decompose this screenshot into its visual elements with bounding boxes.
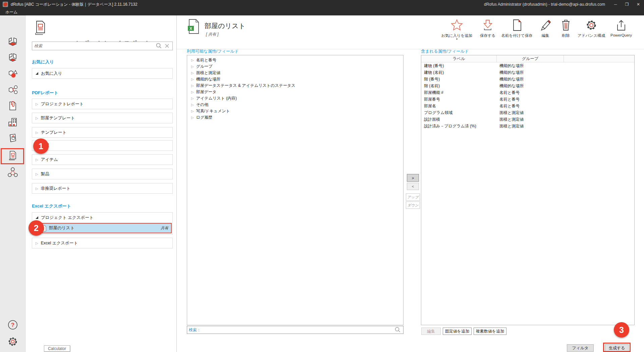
remove-field-button[interactable]: <	[407, 183, 419, 190]
section-pdf-reports: PDFレポート	[32, 90, 58, 96]
sidebar-item-attachments[interactable]	[7, 100, 18, 112]
add-complex-value-button[interactable]: 複素数値を追加	[474, 328, 506, 335]
sidebar-item-rooms[interactable]	[7, 36, 18, 47]
collapsed-arrow-icon: ▷	[36, 172, 38, 176]
sidebar-item-items[interactable]	[7, 68, 18, 79]
room-icon	[7, 36, 18, 47]
list-item-favorites[interactable]: お気に入り	[32, 68, 173, 79]
tree-item[interactable]: ▷その他	[187, 102, 403, 108]
list-item-rooms[interactable]: ▷ 部屋	[32, 140, 173, 151]
table-row[interactable]: プログラム領域面積と測定値	[421, 109, 634, 116]
column-header-group[interactable]: グループ	[497, 55, 564, 62]
list-item-template[interactable]: ▷ テンプレート	[32, 127, 173, 138]
fields-search-bar[interactable]: 検索：	[187, 326, 404, 334]
table-row[interactable]: 建物 (名前)機能的な場所	[421, 69, 634, 76]
report-search-input[interactable]	[32, 44, 156, 48]
room-planning-icon	[7, 52, 18, 63]
trash-icon	[559, 19, 572, 32]
sidebar-item-room-planning[interactable]	[7, 52, 18, 63]
move-down-button[interactable]: ダウン	[406, 201, 420, 209]
attachments-icon	[7, 100, 18, 112]
add-fixed-value-button[interactable]: 固定値を追加	[443, 328, 472, 335]
list-item-project-export[interactable]: プロジェクト エクスポート	[32, 213, 172, 223]
star-icon	[450, 19, 463, 32]
list-item-items[interactable]: ▷ アイテム	[32, 154, 173, 165]
filter-button[interactable]: フィルタ	[567, 344, 594, 352]
relations-icon	[7, 167, 18, 178]
list-item-project-report[interactable]: ▷ プロジェクトレポート	[32, 99, 173, 109]
table-row[interactable]: 部屋機能 #名前と番号	[421, 89, 634, 96]
table-row[interactable]: 部屋番号名前と番号	[421, 96, 634, 103]
list-item-excel-export[interactable]: ▷ Excel エクスポート	[32, 238, 173, 248]
tree-item[interactable]: ▷ログ履歴	[187, 114, 403, 121]
collapsed-arrow-icon: ▷	[191, 109, 194, 113]
minimize-button[interactable]: ─	[610, 0, 621, 9]
collapsed-arrow-icon: ▷	[36, 102, 38, 106]
step-badge-3: 3	[614, 322, 629, 338]
collapsed-arrow-icon: ▷	[36, 187, 38, 190]
room-list-excel-icon: X	[187, 18, 201, 35]
table-row[interactable]: 設計面積面積と測定値	[421, 116, 634, 123]
drofus-logo-icon	[3, 2, 8, 7]
list-item-deprecated-reports[interactable]: ▷ 非推奨レポート	[32, 183, 173, 194]
collapsed-arrow-icon: ▷	[36, 241, 38, 245]
clear-search-icon[interactable]	[164, 43, 170, 49]
save-arrow-icon	[481, 19, 494, 32]
list-item-products[interactable]: ▷ 製品	[32, 169, 173, 179]
table-row[interactable]: 階 (番号)機能的な場所	[421, 76, 634, 82]
close-button[interactable]: ✕	[633, 0, 644, 9]
tree-item[interactable]: ▷部屋データステータス & アイテムリストのステータス	[187, 82, 403, 89]
column-header-label[interactable]: ラベル	[421, 55, 497, 62]
restore-button[interactable]: ❐	[621, 0, 633, 9]
table-row[interactable]: 設計済み－プログラム済 (%)面積と測定値	[421, 123, 634, 129]
expanded-arrow-icon	[36, 72, 38, 75]
sidebar-item-relations[interactable]	[7, 167, 18, 178]
reports-panel: レポートとエクスポート お気に入り お気に入り PDFレポート ▷ プロジェクト…	[25, 15, 177, 352]
table-row[interactable]: 建物 (番号)機能的な場所	[421, 62, 634, 69]
generate-button[interactable]: 生成する	[605, 344, 629, 352]
tree-item[interactable]: ▷アイテムリスト (内容)	[187, 95, 403, 102]
available-fields-tree: ▷名前と番号 ▷グループ ▷面積と測定値 ▷機能的な場所 ▷部屋データステータス…	[187, 55, 404, 325]
save-as-document-icon	[511, 19, 523, 32]
settings-icon	[7, 336, 18, 347]
collapsed-arrow-icon: ▷	[191, 97, 194, 100]
tree-item[interactable]: ▷名前と番号	[187, 57, 403, 63]
dropdown-caret-icon: ▾	[439, 38, 474, 40]
list-item-room-template[interactable]: ▷ 部屋テンプレート	[32, 113, 173, 123]
tree-item[interactable]: ▷機能的な場所	[187, 76, 403, 82]
included-fields-label: 含まれる属性/フィールド	[421, 49, 469, 54]
calculator-tooltip: Calculator	[44, 345, 70, 352]
collapsed-arrow-icon: ▷	[191, 77, 194, 81]
help-icon: ?	[7, 319, 18, 331]
add-field-button[interactable]: >	[407, 174, 419, 182]
sidebar-item-catalog[interactable]	[7, 132, 18, 144]
table-row[interactable]: 階 (名前)機能的な場所	[421, 82, 634, 89]
list-item-room-list-selected[interactable]: X 部屋のリスト 共有	[37, 223, 172, 233]
menu-home[interactable]: ホーム	[5, 9, 18, 15]
tree-item[interactable]: ▷面積と測定値	[187, 70, 403, 76]
toolbar-powerquery[interactable]: PowerQuery	[604, 19, 639, 37]
sidebar-item-buildings[interactable]	[7, 116, 18, 128]
search-icon	[394, 327, 401, 333]
collapsed-arrow-icon: ▷	[191, 90, 194, 94]
tree-item[interactable]: ▷グループ	[187, 63, 403, 70]
toolbar-add-favorite[interactable]: お気に入りを追加 ▾	[439, 19, 474, 40]
tree-item[interactable]: ▷部屋データ	[187, 89, 403, 95]
group-project-export: プロジェクト エクスポート X 部屋のリスト 共有	[32, 212, 173, 235]
fields-search-label: 検索：	[189, 327, 201, 333]
shared-tag: 共有	[161, 226, 168, 231]
table-row[interactable]: 部屋名名前と番号	[421, 103, 634, 109]
step-badge-1: 1	[33, 138, 49, 154]
report-title: 部屋のリスト	[205, 21, 246, 31]
items-icon	[7, 68, 18, 79]
sidebar-item-products[interactable]	[7, 84, 18, 96]
advanced-gear-icon	[585, 19, 598, 32]
tree-item[interactable]: ▷写真/ドキュメント	[187, 108, 403, 114]
sidebar-item-help[interactable]: ?	[7, 319, 18, 331]
sidebar-item-settings[interactable]	[7, 336, 18, 347]
edit-value-button[interactable]: 編集	[421, 328, 441, 335]
reports-panel-icon	[33, 20, 46, 36]
move-up-button[interactable]: アップ	[406, 193, 420, 201]
collapsed-arrow-icon: ▷	[191, 65, 194, 68]
collapsed-arrow-icon: ▷	[36, 131, 38, 134]
